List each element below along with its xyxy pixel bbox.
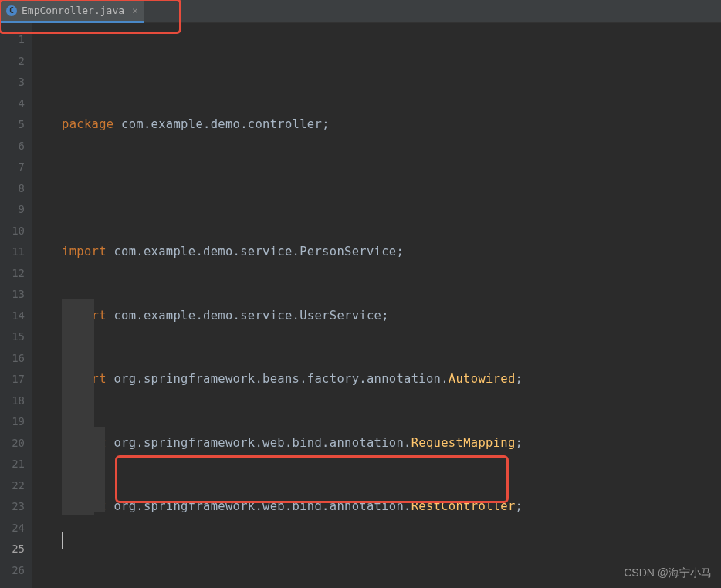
close-icon[interactable]: × [132, 5, 138, 16]
line-number[interactable]: 15 [0, 326, 32, 348]
line-number[interactable]: 16 [0, 348, 32, 370]
line-number[interactable]: 18 [0, 390, 32, 412]
line-number[interactable]: 19 [0, 411, 32, 433]
caret [62, 532, 63, 549]
line-number[interactable]: 24 [0, 518, 32, 539]
tab-active[interactable]: C EmpConroller.java × [0, 0, 144, 23]
line-number[interactable]: 5 [0, 114, 32, 136]
line-number[interactable]: 20 [0, 433, 32, 455]
tab-filename: EmpConroller.java [22, 5, 124, 16]
line-number[interactable]: 23 [0, 496, 32, 518]
line-number[interactable]: 25 [0, 539, 32, 560]
line-number[interactable]: 26 [0, 560, 32, 582]
line-number[interactable]: 11 [0, 242, 32, 263]
line-number[interactable]: 7 [0, 157, 32, 178]
tab-bar: C EmpConroller.java × [0, 0, 721, 23]
line-number[interactable]: 14 [0, 306, 32, 327]
class-icon: C [6, 5, 17, 16]
line-number[interactable]: 4 [0, 93, 32, 115]
line-number[interactable]: 22 [0, 475, 32, 497]
editor: 1234567891011121314151617181920212223242… [0, 23, 721, 588]
line-number[interactable]: 21 [0, 454, 32, 475]
line-number[interactable]: 1 [0, 29, 32, 51]
line-number[interactable]: 17 [0, 369, 32, 390]
line-number[interactable]: 9 [0, 199, 32, 221]
line-number[interactable]: 12 [0, 263, 32, 285]
code-area[interactable]: package com.example.demo.controller; imp… [52, 23, 721, 588]
line-number[interactable]: 3 [0, 72, 32, 93]
line-number[interactable]: 10 [0, 221, 32, 242]
line-number[interactable]: 2 [0, 51, 32, 73]
line-number[interactable]: 8 [0, 178, 32, 200]
line-number[interactable]: 13 [0, 284, 32, 306]
line-number[interactable]: 6 [0, 136, 32, 157]
fold-column[interactable] [32, 23, 52, 588]
gutter[interactable]: 1234567891011121314151617181920212223242… [0, 23, 32, 588]
watermark: CSDN @海宁小马 [624, 566, 712, 580]
